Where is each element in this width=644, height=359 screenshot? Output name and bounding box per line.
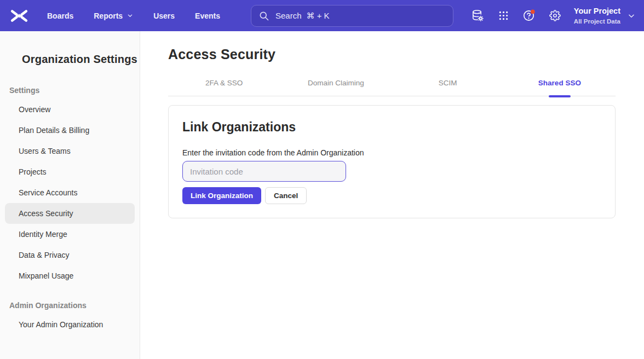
help-icon[interactable] [519, 5, 540, 27]
chevron-down-icon [127, 13, 133, 19]
card-title: Link Organizations [182, 120, 601, 135]
sidebar-item-projects[interactable]: Projects [5, 161, 135, 182]
sidebar-item-label: Projects [19, 167, 47, 176]
tab-label: 2FA & SSO [205, 79, 243, 87]
section-label-settings: Settings [9, 86, 140, 95]
top-nav-bar: Boards Reports Users Events Search ⌘ + K [0, 0, 644, 31]
tab-label: Domain Claiming [308, 79, 364, 87]
mixpanel-logo-icon[interactable] [9, 7, 30, 25]
tab-label: SCIM [439, 79, 457, 87]
search-input[interactable]: Search ⌘ + K [251, 5, 453, 27]
tab-label: Shared SSO [538, 79, 581, 87]
search-placeholder: Search [275, 11, 302, 20]
nav-label: Users [153, 11, 175, 20]
project-subtitle: All Project Data [574, 18, 620, 25]
sidebar: Organization Settings Settings Overview … [0, 31, 140, 359]
link-organizations-card: Link Organizations Enter the invitation … [168, 105, 616, 218]
sidebar-title: Organization Settings [0, 53, 140, 66]
admin-org-nav-list: Your Admin Organization [0, 314, 140, 335]
header-actions [467, 5, 566, 27]
project-text: Your Project All Project Data [574, 7, 620, 25]
invitation-code-label: Enter the invitation code from the Admin… [182, 148, 601, 157]
sidebar-item-data-privacy[interactable]: Data & Privacy [5, 245, 135, 265]
main-content: Access Security 2FA & SSO Domain Claimin… [140, 31, 644, 359]
page-title: Access Security [168, 47, 616, 62]
project-selector[interactable]: Your Project All Project Data [574, 7, 635, 25]
nav-label: Reports [94, 11, 123, 20]
nav-label: Events [195, 11, 220, 20]
settings-gear-icon[interactable] [544, 5, 566, 27]
search-icon [258, 10, 269, 21]
sidebar-item-label: Your Admin Organization [19, 320, 103, 329]
sidebar-item-your-admin-organization[interactable]: Your Admin Organization [5, 314, 135, 335]
invitation-code-input[interactable] [182, 161, 346, 182]
tab-2fa-sso[interactable]: 2FA & SSO [168, 74, 280, 96]
sidebar-item-plan-details-billing[interactable]: Plan Details & Billing [5, 120, 135, 141]
project-name: Your Project [574, 7, 620, 16]
tab-bar: 2FA & SSO Domain Claiming SCIM Shared SS… [168, 74, 616, 96]
data-management-icon[interactable] [467, 5, 489, 27]
sidebar-item-label: Plan Details & Billing [19, 126, 89, 135]
sidebar-item-label: Mixpanel Usage [19, 271, 73, 280]
nav-label: Boards [47, 11, 73, 20]
cancel-button[interactable]: Cancel [265, 187, 307, 204]
sidebar-item-label: Data & Privacy [19, 251, 70, 259]
primary-nav: Boards Reports Users Events [47, 11, 220, 20]
tab-domain-claiming[interactable]: Domain Claiming [280, 74, 392, 96]
tab-scim[interactable]: SCIM [392, 74, 504, 96]
nav-item-reports[interactable]: Reports [94, 11, 133, 20]
settings-nav-list: Overview Plan Details & Billing Users & … [0, 99, 140, 286]
sidebar-item-label: Users & Teams [19, 147, 71, 155]
sidebar-item-overview[interactable]: Overview [5, 99, 135, 120]
card-actions: Link Organization Cancel [182, 187, 601, 204]
sidebar-item-label: Overview [19, 105, 50, 114]
sidebar-item-users-teams[interactable]: Users & Teams [5, 141, 135, 161]
nav-item-boards[interactable]: Boards [47, 11, 73, 20]
search-shortcut-hint: ⌘ + K [307, 11, 330, 21]
sidebar-item-mixpanel-usage[interactable]: Mixpanel Usage [5, 265, 135, 286]
link-organization-button[interactable]: Link Organization [182, 187, 261, 204]
tab-shared-sso[interactable]: Shared SSO [504, 74, 616, 96]
notification-dot [531, 10, 535, 14]
sidebar-item-label: Identity Merge [19, 230, 67, 239]
sidebar-item-identity-merge[interactable]: Identity Merge [5, 224, 135, 245]
sidebar-item-access-security[interactable]: Access Security [5, 203, 135, 224]
sidebar-item-label: Service Accounts [19, 188, 77, 197]
section-label-admin-organizations: Admin Organizations [9, 301, 140, 310]
chevron-down-icon [628, 12, 635, 20]
apps-grid-icon[interactable] [493, 5, 515, 27]
sidebar-item-label: Access Security [19, 209, 73, 218]
nav-item-users[interactable]: Users [153, 11, 175, 20]
sidebar-item-service-accounts[interactable]: Service Accounts [5, 182, 135, 203]
nav-item-events[interactable]: Events [195, 11, 220, 20]
